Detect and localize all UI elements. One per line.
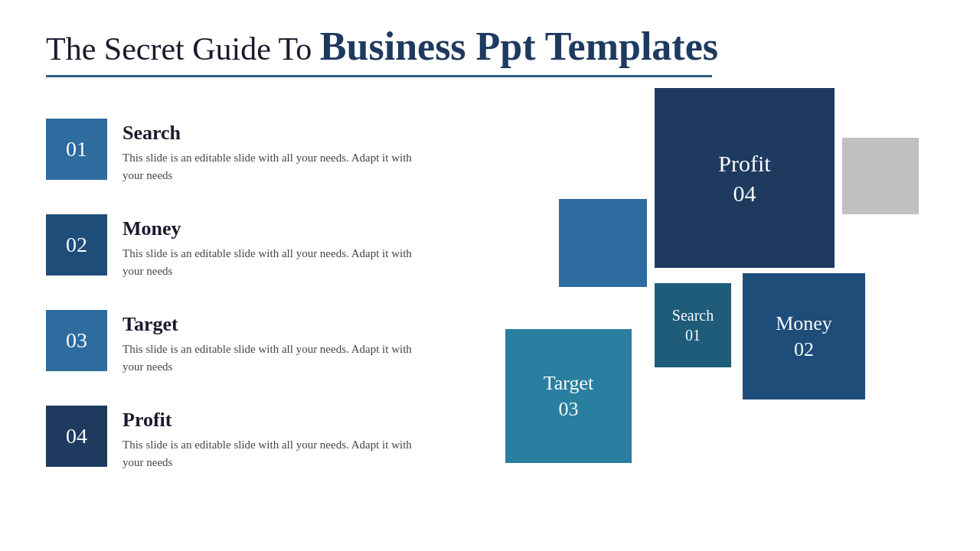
list-item-3: 03 Target This slide is an editable slid… [46, 310, 429, 375]
list-title-02: Money [122, 217, 429, 240]
header: The Secret Guide To Business Ppt Templat… [46, 23, 934, 77]
block-profit-label: Profit04 [718, 148, 770, 208]
list-desc-04: This slide is an editable slide with all… [122, 436, 429, 471]
number-box-03: 03 [46, 310, 107, 371]
list-item-2: 02 Money This slide is an editable slide… [46, 214, 429, 279]
block-money: Money02 [743, 273, 865, 399]
left-list: 01 Search This slide is an editable slid… [46, 119, 429, 501]
list-text-02: Money This slide is an editable slide wi… [122, 214, 429, 279]
number-box-01: 01 [46, 119, 107, 180]
block-search-label: Search01 [672, 305, 714, 345]
list-item-1: 01 Search This slide is an editable slid… [46, 119, 429, 184]
list-desc-03: This slide is an editable slide with all… [122, 341, 429, 375]
list-title-03: Target [122, 313, 429, 336]
list-title-01: Search [122, 122, 429, 145]
block-target: Target03 [505, 329, 632, 463]
list-item-4: 04 Profit This slide is an editable slid… [46, 406, 429, 471]
header-prefix: The Secret Guide To [46, 31, 320, 67]
block-target-label: Target03 [544, 370, 594, 422]
list-text-03: Target This slide is an editable slide w… [122, 310, 429, 375]
list-title-04: Profit [122, 409, 429, 432]
header-title: The Secret Guide To Business Ppt Templat… [46, 23, 934, 70]
number-box-04: 04 [46, 406, 107, 467]
block-profit: Profit04 [655, 88, 835, 268]
block-money-label: Money02 [776, 311, 832, 363]
list-text-01: Search This slide is an editable slide w… [122, 119, 429, 184]
number-box-02: 02 [46, 214, 107, 276]
list-desc-02: This slide is an editable slide with all… [122, 245, 429, 279]
slide: The Secret Guide To Business Ppt Templat… [0, 0, 980, 551]
header-bold: Business Ppt Templates [320, 24, 718, 68]
list-desc-01: This slide is an editable slide with all… [122, 149, 429, 184]
block-gray [842, 138, 919, 214]
header-underline [46, 75, 712, 77]
block-search: Search01 [655, 283, 731, 367]
right-visual: Profit04 Search01 Money02 Target03 [505, 88, 957, 509]
block-blue-medium [559, 199, 647, 287]
list-text-04: Profit This slide is an editable slide w… [122, 406, 429, 471]
